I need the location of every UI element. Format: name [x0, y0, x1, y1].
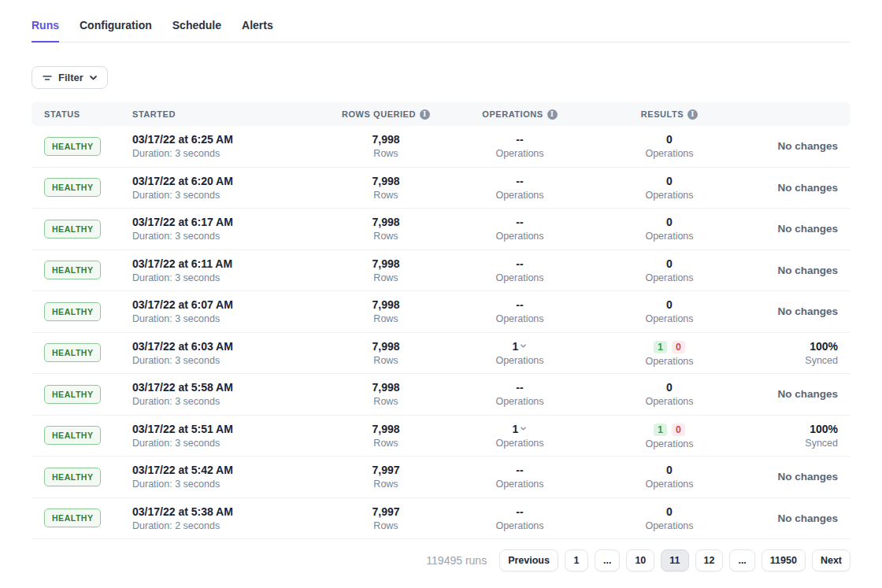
operations-value: --: [516, 175, 523, 187]
column-header-rows-queried-label: Rows Queried: [342, 109, 416, 119]
rows-queried-value: 7,998: [331, 381, 441, 394]
page-button[interactable]: 11950: [762, 549, 806, 571]
page-button[interactable]: 1: [565, 549, 588, 571]
results-value: 0: [598, 133, 740, 146]
page-button-label: Next: [821, 555, 842, 566]
rows-queried-value: 7,998: [331, 175, 441, 187]
page-button-label: ...: [738, 555, 746, 566]
tab-schedule[interactable]: Schedule: [172, 19, 221, 43]
run-duration: Duration: 3 seconds: [132, 396, 331, 407]
run-started-time: 03/17/22 at 6:17 AM: [132, 216, 331, 228]
results-success-badge: 1: [654, 423, 667, 436]
info-icon[interactable]: [687, 109, 698, 120]
column-header-results: Results: [598, 109, 740, 120]
table-row[interactable]: HEALTHY 03/17/22 at 6:03 AM Duration: 3 …: [32, 333, 850, 375]
results-sublabel: Operations: [598, 479, 740, 490]
table-row[interactable]: HEALTHY 03/17/22 at 5:42 AM Duration: 3 …: [32, 457, 850, 498]
table-header-row: Status Started Rows Queried Operations R…: [32, 102, 850, 126]
status-badge: HEALTHY: [44, 343, 101, 362]
info-icon[interactable]: [420, 109, 430, 120]
results-cell: 0 Operations: [598, 133, 740, 159]
operations-value: 1: [513, 340, 519, 353]
started-cell: 03/17/22 at 5:38 AM Duration: 2 seconds: [132, 505, 331, 531]
operations-value: 1: [513, 423, 519, 435]
operations-expand-icon[interactable]: [520, 339, 527, 352]
change-summary: No changes: [740, 264, 838, 276]
operations-cell: -- Operations: [441, 216, 598, 242]
change-cell: No changes: [740, 223, 850, 235]
table-row[interactable]: HEALTHY 03/17/22 at 6:25 AM Duration: 3 …: [32, 126, 850, 168]
operations-sublabel: Operations: [441, 272, 598, 283]
table-row[interactable]: HEALTHY 03/17/22 at 6:11 AM Duration: 3 …: [32, 250, 850, 292]
run-duration: Duration: 3 seconds: [132, 190, 331, 201]
ellipsis-button[interactable]: ...: [729, 549, 754, 571]
page-button[interactable]: 11: [661, 549, 688, 571]
results-cell: 0 Operations: [598, 257, 740, 283]
tab-alerts[interactable]: Alerts: [242, 19, 273, 43]
page-button-label: 11950: [770, 555, 797, 566]
rows-queried-value: 7,997: [331, 505, 441, 518]
table-row[interactable]: HEALTHY 03/17/22 at 5:38 AM Duration: 2 …: [32, 498, 850, 540]
results-cell: 0 Operations: [598, 505, 740, 531]
rows-queried-sublabel: Rows: [331, 272, 441, 283]
run-duration: Duration: 3 seconds: [132, 148, 331, 159]
table-row[interactable]: HEALTHY 03/17/22 at 5:51 AM Duration: 3 …: [32, 416, 850, 457]
page-button[interactable]: 12: [695, 549, 724, 571]
change-cell: No changes: [740, 182, 850, 194]
operations-sublabel: Operations: [441, 520, 598, 531]
rows-queried-cell: 7,998 Rows: [331, 298, 441, 324]
tab-configuration[interactable]: Configuration: [80, 19, 152, 43]
info-icon[interactable]: [547, 109, 558, 120]
operations-value: --: [516, 133, 523, 146]
page-button[interactable]: 10: [626, 549, 654, 571]
status-cell: HEALTHY: [32, 468, 132, 486]
rows-queried-cell: 7,997 Rows: [331, 505, 441, 531]
table-row[interactable]: HEALTHY 03/17/22 at 6:07 AM Duration: 3 …: [32, 291, 850, 333]
page-button-label: Previous: [508, 555, 550, 566]
operations-cell: 1 Operations: [441, 339, 598, 366]
operations-cell: -- Operations: [441, 298, 598, 324]
column-header-status: Status: [32, 109, 132, 119]
change-cell: 100% Synced: [740, 340, 850, 366]
operations-expand-icon[interactable]: [520, 422, 527, 435]
run-duration: Duration: 2 seconds: [132, 520, 331, 531]
results-cell: 10 Operations: [598, 339, 740, 367]
rows-queried-cell: 7,997 Rows: [331, 464, 441, 490]
operations-sublabel: Operations: [441, 231, 598, 242]
rows-queried-value: 7,998: [331, 133, 441, 146]
change-summary: No changes: [740, 305, 838, 317]
rows-queried-sublabel: Rows: [331, 438, 441, 449]
runs-count: 119495 runs: [426, 554, 487, 567]
change-summary: No changes: [740, 140, 838, 152]
rows-queried-value: 7,998: [331, 216, 441, 228]
results-badges: 10: [598, 422, 740, 436]
rows-queried-value: 7,998: [331, 298, 441, 311]
tab-runs[interactable]: Runs: [32, 19, 59, 43]
table-row[interactable]: HEALTHY 03/17/22 at 6:17 AM Duration: 3 …: [32, 209, 850, 250]
status-badge: HEALTHY: [44, 178, 101, 197]
started-cell: 03/17/22 at 6:25 AM Duration: 3 seconds: [132, 133, 331, 159]
operations-sublabel: Operations: [441, 313, 598, 324]
status-badge: HEALTHY: [44, 137, 101, 156]
started-cell: 03/17/22 at 6:11 AM Duration: 3 seconds: [132, 257, 331, 283]
table-row[interactable]: HEALTHY 03/17/22 at 5:58 AM Duration: 3 …: [32, 374, 850, 416]
change-summary: No changes: [740, 512, 838, 524]
ellipsis-button[interactable]: ...: [595, 549, 620, 571]
rows-queried-cell: 7,998 Rows: [331, 133, 441, 159]
previous-button[interactable]: Previous: [499, 549, 558, 571]
results-value: 0: [598, 175, 740, 187]
results-cell: 0 Operations: [598, 298, 740, 324]
status-cell: HEALTHY: [32, 178, 132, 197]
results-sublabel: Operations: [598, 313, 740, 324]
run-duration: Duration: 3 seconds: [132, 479, 331, 490]
next-button[interactable]: Next: [812, 549, 850, 571]
started-cell: 03/17/22 at 6:17 AM Duration: 3 seconds: [132, 216, 331, 242]
rows-queried-sublabel: Rows: [331, 231, 441, 242]
status-badge: HEALTHY: [44, 220, 101, 239]
status-badge: HEALTHY: [44, 426, 101, 445]
results-failed-badge: 0: [672, 423, 685, 436]
table-row[interactable]: HEALTHY 03/17/22 at 6:20 AM Duration: 3 …: [32, 168, 850, 209]
run-started-time: 03/17/22 at 6:20 AM: [132, 175, 331, 187]
page-button-label: ...: [603, 555, 611, 566]
filter-button[interactable]: Filter: [32, 66, 108, 89]
